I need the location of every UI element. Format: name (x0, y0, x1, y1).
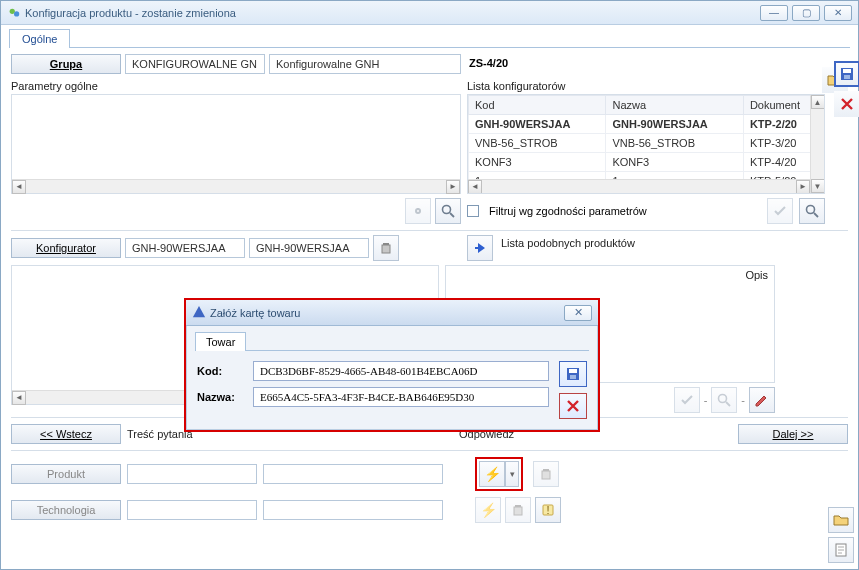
search-konf-button[interactable] (799, 198, 825, 224)
table-row[interactable]: KONF3KONF3KTP-4/20 (469, 153, 824, 172)
table-row[interactable]: VNB-56_STROBVNB-56_STROBKTP-3/20 (469, 134, 824, 153)
modal-app-icon (192, 305, 206, 321)
tech-bolt-button: ⚡ (475, 497, 501, 523)
konfigurator-code: GNH-90WERSJAA (125, 238, 245, 258)
parametry-panel: ◄► (11, 94, 461, 194)
dock-doc-button[interactable] (828, 537, 854, 563)
modal-tab-towar[interactable]: Towar (195, 332, 246, 351)
modal-nazwa-label: Nazwa: (197, 391, 247, 403)
modal-nazwa-input[interactable] (253, 387, 549, 407)
col-nazwa[interactable]: Nazwa (606, 96, 743, 115)
main-window: Konfiguracja produktu - zostanie zmienio… (0, 0, 859, 570)
new-product-modal: Załóż kartę towaru ✕ Towar Kod: Nazwa: (184, 298, 600, 432)
parametry-hscroll[interactable]: ◄► (12, 179, 460, 193)
filter-checkbox[interactable] (467, 205, 479, 217)
maximize-button[interactable]: ▢ (792, 5, 820, 21)
svg-rect-8 (383, 243, 389, 245)
technologia-code-field[interactable] (127, 500, 257, 520)
bolt-icon-disabled: ⚡ (480, 502, 497, 518)
produkt-button[interactable]: Produkt (11, 464, 121, 484)
close-button[interactable] (834, 91, 859, 117)
svg-point-5 (443, 206, 451, 214)
konfiguratory-panel: Kod Nazwa Dokument GNH-90WERSJAAGNH-90WE… (467, 94, 825, 194)
svg-rect-13 (515, 505, 521, 507)
svg-text:!: ! (546, 504, 549, 516)
tech-trash-button (505, 497, 531, 523)
app-icon (7, 6, 21, 20)
check-icon-button (767, 198, 793, 224)
link-icon-button (405, 198, 431, 224)
produkt-code-field[interactable] (127, 464, 257, 484)
group-button[interactable]: Grupa (11, 54, 121, 74)
titlebar: Konfiguracja produktu - zostanie zmienio… (1, 1, 858, 25)
modal-close-button[interactable]: ✕ (564, 305, 592, 321)
konfigurator-button[interactable]: Konfigurator (11, 238, 121, 258)
tresc-label: Treść pytania (127, 426, 193, 442)
search-params-button[interactable] (435, 198, 461, 224)
lista-podobnych-label: Lista podobnych produktów (501, 235, 848, 251)
table-row[interactable]: GNH-90WERSJAAGNH-90WERSJAAKTP-2/20 (469, 115, 824, 134)
group-code-field: KONFIGUROWALNE GN (125, 54, 265, 74)
bolt-dropdown-button[interactable]: ▾ (505, 461, 519, 487)
arrow-right-button[interactable] (467, 235, 493, 261)
konf-vscroll[interactable]: ▲▼ (810, 95, 824, 193)
svg-rect-18 (569, 369, 577, 373)
svg-rect-11 (543, 469, 549, 471)
opis-label: Opis (745, 269, 768, 281)
modal-cancel-button[interactable] (559, 393, 587, 419)
svg-point-9 (719, 395, 727, 403)
edit-pencil-button[interactable] (749, 387, 775, 413)
filter-label: Filtruj wg zgodności parametrów (489, 205, 647, 217)
close-window-button[interactable]: ✕ (824, 5, 852, 21)
svg-rect-4 (844, 75, 850, 79)
tabbar: Ogólne (1, 25, 858, 48)
delete-konfigurator-button[interactable] (373, 235, 399, 261)
svg-point-0 (10, 8, 15, 13)
technologia-name-field[interactable] (263, 500, 443, 520)
produkt-trash-button (533, 461, 559, 487)
svg-rect-3 (843, 69, 851, 73)
modal-kod-label: Kod: (197, 365, 247, 377)
check-icon-button-2 (674, 387, 700, 413)
technologia-button[interactable]: Technologia (11, 500, 121, 520)
save-button[interactable] (834, 61, 859, 87)
window-title: Konfiguracja produktu - zostanie zmienio… (25, 7, 756, 19)
konf-hscroll[interactable]: ◄► (468, 179, 810, 193)
konfigurator-name: GNH-90WERSJAA (249, 238, 369, 258)
search-icon-button-2 (711, 387, 737, 413)
svg-point-6 (807, 206, 815, 214)
next-button[interactable]: Dalej >> (738, 424, 848, 444)
tab-general[interactable]: Ogólne (9, 29, 70, 48)
modal-title: Załóż kartę towaru (210, 307, 300, 319)
content: Grupa KONFIGUROWALNE GN Konfigurowalne G… (1, 48, 858, 531)
dock-folder-button[interactable] (828, 507, 854, 533)
zs-label: ZS-4/20 (467, 54, 797, 72)
right-save-close (834, 61, 859, 117)
parametry-label: Parametry ogólne (11, 78, 461, 94)
svg-rect-12 (514, 507, 522, 515)
svg-rect-10 (542, 471, 550, 479)
col-kod[interactable]: Kod (469, 96, 606, 115)
bolt-icon: ⚡ (484, 466, 501, 482)
modal-save-button[interactable] (559, 361, 587, 387)
back-button[interactable]: << Wstecz (11, 424, 121, 444)
bolt-button[interactable]: ⚡ (479, 461, 505, 487)
group-name-field: Konfigurowalne GNH (269, 54, 461, 74)
lista-konf-label: Lista konfiguratorów (467, 78, 825, 94)
svg-rect-19 (570, 375, 576, 379)
minimize-button[interactable]: — (760, 5, 788, 21)
konfiguratory-table[interactable]: Kod Nazwa Dokument GNH-90WERSJAAGNH-90WE… (468, 95, 824, 191)
tech-info-button[interactable]: ! (535, 497, 561, 523)
svg-point-1 (14, 11, 19, 16)
modal-kod-input[interactable] (253, 361, 549, 381)
svg-rect-7 (382, 245, 390, 253)
produkt-name-field[interactable] (263, 464, 443, 484)
modal-titlebar: Załóż kartę towaru ✕ (186, 300, 598, 326)
